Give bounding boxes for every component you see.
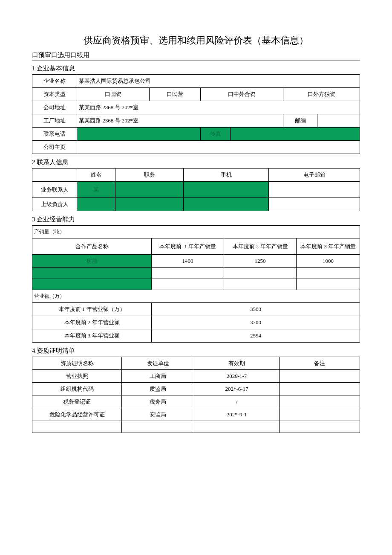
label-company-name: 企业名称 xyxy=(32,75,77,88)
sup-name xyxy=(77,198,115,211)
captype-4: 口外方独资 xyxy=(283,88,360,101)
hdr-position: 职务 xyxy=(115,169,184,182)
biz-mobile xyxy=(184,182,269,198)
label-company-addr: 公司地址 xyxy=(32,101,77,114)
value-homepage xyxy=(77,141,360,154)
value-fax xyxy=(231,128,360,141)
label-homepage: 公司主页 xyxy=(32,141,77,154)
q-row-1-issuer: 质监局 xyxy=(122,383,194,395)
prod-row-0-name: 树脂 xyxy=(32,255,152,268)
hdr-name: 姓名 xyxy=(77,169,115,182)
q-row-3-note xyxy=(280,408,360,421)
rev-row-1-value: 3200 xyxy=(152,316,360,329)
q-row-4-issuer xyxy=(122,421,194,433)
rev-row-0-value: 3500 xyxy=(152,303,360,316)
prod-row-1-name xyxy=(32,268,152,279)
q-row-3-issuer: 安监局 xyxy=(122,408,194,421)
label-postcode: 邮编 xyxy=(283,114,317,128)
q-row-1-note xyxy=(280,383,360,395)
rev-row-0-label: 本年度前 1 年营业额（万） xyxy=(32,303,152,316)
q-row-4-name xyxy=(32,421,122,433)
value-company-name: 某某浩人国际贸易总承包公司 xyxy=(77,75,360,88)
value-company-addr: 某某西路 2368 号 202*室 xyxy=(77,101,360,114)
prod-row-1-y3 xyxy=(297,268,360,279)
captype-1: 口国资 xyxy=(77,88,150,101)
q-row-1-valid: 202*-6-17 xyxy=(194,383,280,395)
section1-head: 1 企业基本信息 xyxy=(32,64,360,73)
q-row-0-valid: 2029-1-7 xyxy=(194,370,280,383)
label-business-contact: 业务联系人 xyxy=(32,182,77,198)
hdr-y3: 本年度前 3 年年产销量 xyxy=(297,238,360,255)
prod-row-2-y2 xyxy=(224,279,297,290)
q-row-2-issuer: 税务局 xyxy=(122,395,194,408)
prod-row-0-y1: 1400 xyxy=(152,255,224,268)
value-postcode xyxy=(317,114,360,128)
value-factory-addr: 某某西路 2368 号 202*室 xyxy=(77,114,283,128)
q-row-0-issuer: 工商局 xyxy=(122,370,194,383)
q-row-2-note xyxy=(280,395,360,408)
page-title: 供应商资格预审、选用和续用风险评价表（基本信息） xyxy=(32,34,360,47)
hdr-email: 电子邮箱 xyxy=(269,169,360,182)
sup-mobile xyxy=(184,198,269,211)
label-fax: 传真 xyxy=(201,128,231,141)
label-phone: 联系电话 xyxy=(32,128,77,141)
q-row-4-note xyxy=(280,421,360,433)
label-superior: 上级负责人 xyxy=(32,198,77,211)
prod-row-1-y1 xyxy=(152,268,224,279)
q-row-0-name: 营业执照 xyxy=(32,370,122,383)
prod-row-0-y2: 1250 xyxy=(224,255,297,268)
biz-position xyxy=(115,182,184,198)
table-capacity: 产销量（吨） 合作产品名称 本年度前. 1 年年产销量 本年度前 2 年年产销量… xyxy=(32,225,360,343)
q-row-4-valid xyxy=(194,421,280,433)
biz-name: 某 xyxy=(77,182,115,198)
rev-row-1-label: 本年度前 2 年年营业额 xyxy=(32,316,152,329)
prod-label: 产销量（吨） xyxy=(32,226,360,238)
table-basic-info: 企业名称 某某浩人国际贸易总承包公司 资本类型 口国资 口民营 口中外合资 口外… xyxy=(32,74,360,154)
rev-label: 营业额（万） xyxy=(32,290,360,303)
table-contacts: 姓名 职务 手机 电子邮箱 业务联系人 某 上级负责人 xyxy=(32,168,360,211)
q-hdr-valid: 有效期 xyxy=(194,357,280,370)
rev-row-2-label: 本年度前 3 年年营业额 xyxy=(32,329,152,343)
section4-head: 4 资质证明清单 xyxy=(32,347,360,355)
label-capital-type: 资本类型 xyxy=(32,88,77,101)
q-row-2-valid: / xyxy=(194,395,280,408)
q-hdr-name: 资质证明名称 xyxy=(32,357,122,370)
q-hdr-note: 备注 xyxy=(280,357,360,370)
q-row-1-name: 组织机构代码 xyxy=(32,383,122,395)
q-hdr-issuer: 发证单位 xyxy=(122,357,194,370)
prod-row-0-y3: 1000 xyxy=(297,255,360,268)
captype-2: 口民营 xyxy=(150,88,201,101)
prod-row-2-y1 xyxy=(152,279,224,290)
label-factory-addr: 工厂地址 xyxy=(32,114,77,128)
hdr-product: 合作产品名称 xyxy=(32,238,152,255)
prod-row-2-y3 xyxy=(297,279,360,290)
biz-email xyxy=(269,182,360,198)
sup-email xyxy=(269,198,360,211)
checkbox-row: 口预审口选用口续用 xyxy=(32,51,360,61)
prod-row-1-y2 xyxy=(224,268,297,279)
blank-cell xyxy=(32,169,77,182)
prod-row-2-name xyxy=(32,279,152,290)
hdr-y1: 本年度前. 1 年年产销量 xyxy=(152,238,224,255)
value-phone xyxy=(77,128,201,141)
section2-head: 2 联系人信息 xyxy=(32,158,360,166)
rev-row-2-value: 2554 xyxy=(152,329,360,343)
hdr-y2: 本年度前 2 年年产销量 xyxy=(224,238,297,255)
hdr-mobile: 手机 xyxy=(184,169,269,182)
captype-3: 口中外合资 xyxy=(201,88,283,101)
section3-head: 3 企业经营能力 xyxy=(32,215,360,224)
q-row-0-note xyxy=(280,370,360,383)
q-row-3-name: 危险化学品经营许可证 xyxy=(32,408,122,421)
table-qualifications: 资质证明名称 发证单位 有效期 备注 营业执照 工商局 2029-1-7 组织机… xyxy=(32,357,360,433)
q-row-2-name: 税务登记证 xyxy=(32,395,122,408)
q-row-3-valid: 202*-9-1 xyxy=(194,408,280,421)
sup-position xyxy=(115,198,184,211)
